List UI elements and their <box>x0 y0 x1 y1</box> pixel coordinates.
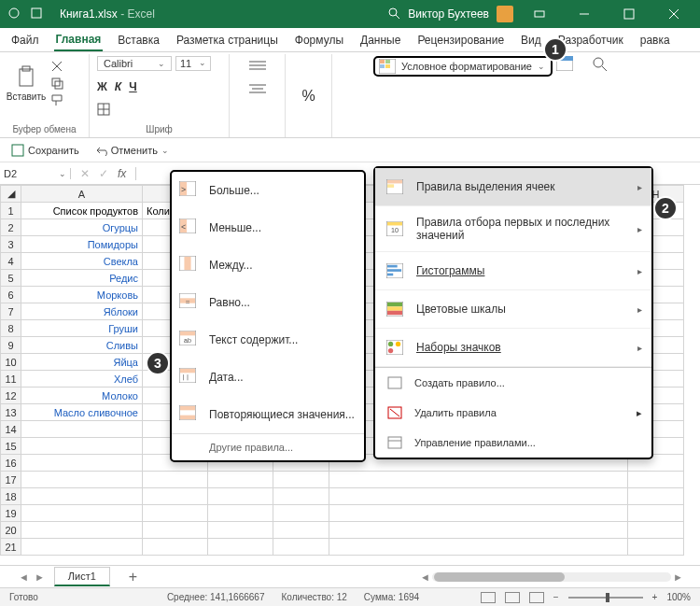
undo-button[interactable]: Отменить⌄ <box>94 144 169 157</box>
callout-badge-2: 2 <box>653 196 678 220</box>
svg-rect-43 <box>387 274 393 276</box>
svg-point-49 <box>388 342 393 346</box>
status-count: Количество: 12 <box>281 592 346 602</box>
tab-help[interactable]: равка <box>638 30 672 50</box>
percent-button[interactable]: % <box>301 88 315 105</box>
bold-button[interactable]: Ж <box>97 80 107 93</box>
svg-rect-64 <box>184 257 190 270</box>
svg-rect-41 <box>387 265 398 268</box>
fx-button[interactable]: fx <box>118 167 126 180</box>
col-header-a[interactable]: A <box>21 186 143 203</box>
ribbon-options-icon[interactable] <box>521 0 558 28</box>
menu-icon-sets[interactable]: Наборы значков▸ <box>375 329 651 367</box>
svg-rect-27 <box>380 64 385 68</box>
save-icon[interactable] <box>30 7 43 22</box>
menu-manage-rules[interactable]: Управление правилами... <box>375 428 651 458</box>
zoom-level[interactable]: 100% <box>666 592 691 602</box>
cell-a1[interactable]: Список продуктов <box>21 203 143 219</box>
add-sheet-button[interactable]: + <box>119 569 147 585</box>
svg-point-51 <box>388 348 393 353</box>
tab-home[interactable]: Главная <box>54 29 104 51</box>
sheet-nav-next-icon[interactable]: ► <box>35 571 45 583</box>
conditional-formatting-button[interactable]: Условное форматирование ⌄ <box>373 56 553 77</box>
conditional-formatting-menu: Правила выделения ячеек▸ 10 Правила отбо… <box>373 166 653 459</box>
svg-point-0 <box>9 8 19 18</box>
username[interactable]: Виктор Бухтеев <box>408 7 489 21</box>
underline-button[interactable]: Ч <box>129 80 136 93</box>
svg-rect-42 <box>387 269 401 272</box>
submenu-date-occurring[interactable]: Дата... <box>172 359 364 396</box>
zoom-out-button[interactable]: − <box>553 592 559 602</box>
accept-formula-icon[interactable]: ✓ <box>99 167 108 180</box>
submenu-equal-to[interactable]: = Равно... <box>172 284 364 321</box>
submenu-more-rules[interactable]: Другие правила... <box>172 433 364 460</box>
tab-review[interactable]: Рецензирование <box>415 30 506 50</box>
paste-button[interactable]: Вставить <box>7 56 45 110</box>
tab-formulas[interactable]: Формулы <box>293 30 345 50</box>
submenu-text-contains[interactable]: ab Текст содержит... <box>172 321 364 359</box>
svg-text:10: 10 <box>391 227 399 234</box>
tab-file[interactable]: Файл <box>9 30 41 50</box>
name-box[interactable]: D2⌄ <box>0 168 71 179</box>
minimize-button[interactable] <box>566 0 603 28</box>
format-painter-icon[interactable] <box>50 93 67 106</box>
cut-icon[interactable] <box>50 60 67 73</box>
align-icon[interactable] <box>249 60 266 74</box>
svg-rect-38 <box>387 222 402 226</box>
svg-rect-9 <box>20 69 33 86</box>
copy-icon[interactable] <box>50 77 67 90</box>
svg-rect-36 <box>387 184 394 188</box>
svg-line-32 <box>602 66 607 71</box>
svg-rect-14 <box>55 81 63 89</box>
cell-a2[interactable]: Огурцы <box>21 219 143 236</box>
menu-clear-rules[interactable]: Удалить правила▸ <box>375 398 651 428</box>
close-button[interactable] <box>655 0 693 28</box>
maximize-button[interactable] <box>610 0 648 28</box>
svg-rect-6 <box>624 9 634 19</box>
svg-rect-47 <box>387 311 402 315</box>
horizontal-scrollbar[interactable]: ◄► <box>420 571 700 583</box>
view-page-layout-icon[interactable] <box>505 592 520 603</box>
italic-button[interactable]: К <box>115 80 121 93</box>
svg-point-31 <box>594 58 603 67</box>
sheet-nav-prev-icon[interactable]: ◄ <box>19 571 29 583</box>
submenu-greater-than[interactable]: > Больше... <box>172 172 364 209</box>
align-center-icon[interactable] <box>249 83 266 97</box>
submenu-less-than[interactable]: < Меньше... <box>172 209 364 247</box>
tab-insert[interactable]: Вставка <box>116 30 161 50</box>
svg-rect-13 <box>52 78 60 86</box>
submenu-duplicate-values[interactable]: Повторяющиеся значения... <box>172 396 364 433</box>
view-page-break-icon[interactable] <box>529 592 544 603</box>
status-average: Среднее: 141,1666667 <box>167 592 265 602</box>
font-name-select[interactable]: Calibri⌄ <box>97 56 172 71</box>
tab-page-layout[interactable]: Разметка страницы <box>175 30 280 50</box>
font-group-label: Шриф <box>97 122 221 135</box>
svg-rect-48 <box>386 340 403 355</box>
avatar[interactable] <box>497 6 513 22</box>
search-icon[interactable] <box>387 7 400 22</box>
save-button[interactable]: Сохранить <box>11 144 79 157</box>
font-size-select[interactable]: 11⌄ <box>175 56 211 71</box>
menu-top-bottom-rules[interactable]: 10 Правила отбора первых и последних зна… <box>375 206 651 252</box>
menu-new-rule[interactable]: Создать правило... <box>375 368 651 398</box>
menu-data-bars[interactable]: Гистограммы▸ <box>375 252 651 290</box>
sheet-tab-1[interactable]: Лист1 <box>54 567 110 586</box>
cancel-formula-icon[interactable]: ✕ <box>80 167 90 180</box>
menu-color-scales[interactable]: Цветовые шкалы▸ <box>375 290 651 329</box>
window-title: Книга1.xlsx - Excel <box>60 7 155 21</box>
status-sum: Сумма: 1694 <box>364 592 419 602</box>
zoom-slider[interactable] <box>568 597 643 599</box>
tab-data[interactable]: Данные <box>358 30 402 50</box>
find-select-icon[interactable] <box>592 56 609 76</box>
select-all-corner[interactable]: ◢ <box>1 186 21 203</box>
submenu-between[interactable]: Между... <box>172 247 364 284</box>
menu-highlight-cells-rules[interactable]: Правила выделения ячеек▸ <box>375 168 651 206</box>
autosave-icon[interactable] <box>7 7 21 22</box>
view-normal-icon[interactable] <box>481 592 496 603</box>
borders-icon[interactable] <box>97 103 110 119</box>
svg-text:=: = <box>186 298 190 306</box>
zoom-in-button[interactable]: + <box>652 592 658 602</box>
tab-view[interactable]: Вид <box>519 30 543 50</box>
svg-rect-77 <box>180 416 195 419</box>
svg-text:>: > <box>181 185 186 194</box>
